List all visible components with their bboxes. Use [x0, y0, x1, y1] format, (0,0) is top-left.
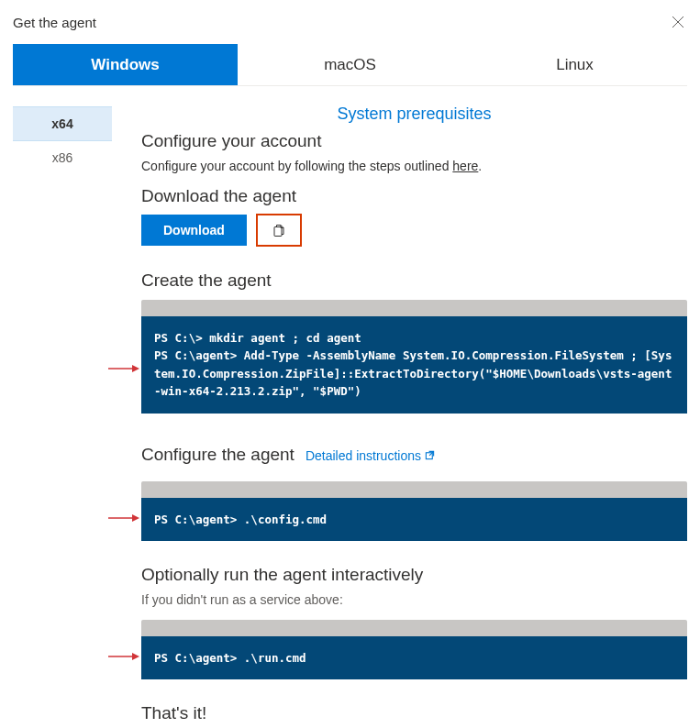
copy-download-button[interactable]: [256, 214, 302, 247]
configure-agent-code-block[interactable]: PS C:\agent> .\config.cmd: [141, 481, 687, 541]
os-tabs: Windows macOS Linux: [13, 44, 687, 86]
svg-marker-2: [132, 365, 139, 372]
arch-x86[interactable]: x86: [13, 141, 112, 174]
arch-sidebar: x64 x86: [13, 92, 112, 728]
close-icon: [672, 16, 684, 28]
system-prerequisites-link[interactable]: System prerequisites: [141, 105, 687, 124]
tab-linux[interactable]: Linux: [462, 44, 687, 85]
configure-account-heading: Configure your account: [141, 131, 687, 151]
run-agent-code-block[interactable]: PS C:\agent> .\run.cmd: [141, 620, 687, 679]
create-agent-code: PS C:\> mkdir agent ; cd agent PS C:\age…: [141, 316, 687, 414]
run-agent-code: PS C:\agent> .\run.cmd: [141, 636, 687, 679]
thats-it-heading: That's it!: [141, 703, 687, 723]
external-link-icon: [425, 450, 435, 460]
arrow-annotation-icon: [108, 513, 139, 523]
close-button[interactable]: [669, 13, 687, 31]
svg-marker-7: [132, 653, 139, 660]
arrow-annotation-icon: [108, 652, 139, 661]
dialog-title: Get the agent: [13, 15, 96, 30]
arrow-annotation-icon: [108, 364, 139, 373]
svg-marker-5: [132, 514, 139, 522]
download-heading: Download the agent: [141, 186, 687, 206]
configure-account-link[interactable]: here: [452, 159, 478, 173]
tab-windows[interactable]: Windows: [13, 44, 238, 85]
copy-icon: [272, 223, 286, 237]
run-agent-heading: Optionally run the agent interactively: [141, 565, 687, 585]
arch-x64[interactable]: x64: [13, 106, 112, 141]
configure-agent-code: PS C:\agent> .\config.cmd: [141, 498, 687, 541]
create-agent-heading: Create the agent: [141, 270, 687, 291]
create-agent-code-block[interactable]: PS C:\> mkdir agent ; cd agent PS C:\age…: [141, 300, 687, 414]
configure-agent-heading: Configure the agent: [141, 445, 294, 465]
tab-macos[interactable]: macOS: [238, 44, 462, 85]
detailed-instructions-link[interactable]: Detailed instructions: [306, 448, 435, 463]
run-agent-subtext: If you didn't run as a service above:: [141, 592, 687, 607]
download-button[interactable]: Download: [141, 215, 247, 246]
configure-account-text: Configure your account by following the …: [141, 159, 687, 173]
